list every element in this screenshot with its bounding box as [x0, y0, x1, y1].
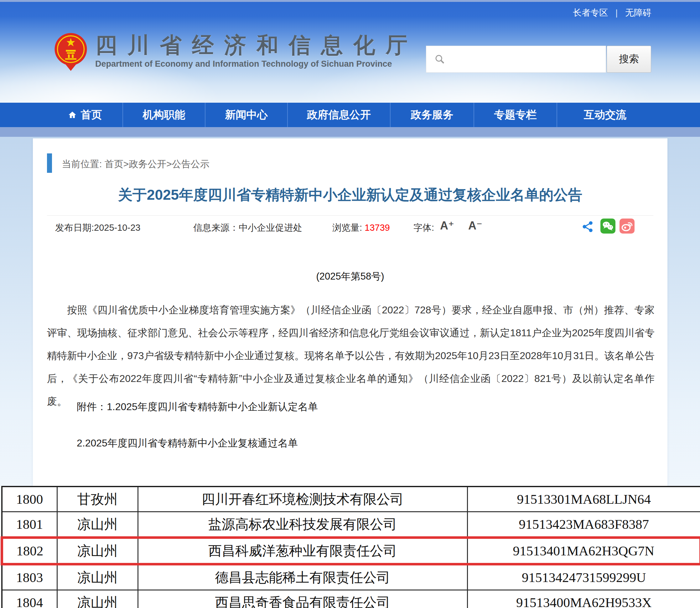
nav-item[interactable]: 互动交流: [556, 103, 653, 127]
topbar: 长者专区 | 无障碍: [573, 7, 651, 19]
view-count: 浏览量:13739: [332, 222, 390, 234]
cell-rank: 1802: [2, 537, 57, 564]
nav-item-label: 政务服务: [411, 108, 454, 122]
cell-company: 四川开春红环境检测技术有限公司: [138, 487, 467, 512]
info-source-value: 中小企业促进处: [239, 223, 302, 233]
nav-item[interactable]: 政府信息公开: [287, 103, 390, 127]
doc-number: (2025年第58号): [33, 270, 667, 283]
cell-rank: 1801: [2, 512, 57, 538]
wechat-icon[interactable]: [601, 218, 615, 236]
cell-code: 91513400MA62H9533X: [467, 590, 700, 608]
nav-item-label: 机构职能: [143, 108, 185, 122]
cell-company: 盐源高标农业科技发展有限公司: [138, 512, 467, 538]
meta-divider: [47, 215, 653, 216]
elder-zone-link[interactable]: 长者专区: [573, 8, 608, 18]
company-table: 1800 甘孜州 四川开春红环境检测技术有限公司 91513301MA68LLJ…: [1, 486, 700, 608]
publish-date-label: 发布日期:: [55, 223, 94, 233]
nav-item[interactable]: 机构职能: [123, 103, 205, 127]
article-title: 关于2025年度四川省专精特新中小企业新认定及通过复核企业名单的公告: [33, 185, 667, 205]
brand-text: 四川省经济和信息化厅 Department of Economy and Inf…: [95, 32, 418, 69]
national-emblem-logo: [53, 32, 88, 72]
cell-company: 德昌县志能稀土有限责任公司: [138, 564, 467, 590]
nav-item[interactable]: 首页: [47, 103, 123, 127]
cell-code: 91513424731599299U: [467, 564, 700, 590]
table-row: 1803 凉山州 德昌县志能稀土有限责任公司 91513424731599299…: [2, 564, 700, 590]
search-input[interactable]: [449, 50, 601, 69]
view-count-value: 13739: [365, 223, 390, 233]
table-row: 1804 凉山州 西昌思奇香食品有限责任公司 91513400MA62H9533…: [2, 590, 700, 608]
header-banner: 长者专区 | 无障碍 四川省经济和信息化厅 D: [0, 0, 700, 103]
site-search: 搜索: [426, 46, 651, 73]
table-row: 1801 凉山州 盐源高标农业科技发展有限公司 91513423MA683F83…: [2, 512, 700, 538]
attachment-link-1[interactable]: 1.2025年度四川省专精特新中小企业新认定名单: [107, 401, 318, 412]
font-decrease-button[interactable]: A⁻: [468, 219, 482, 232]
nav-item-label: 专题专栏: [494, 108, 537, 122]
cell-region: 凉山州: [57, 590, 138, 608]
info-source-label: 信息来源：: [193, 223, 239, 233]
topbar-separator: |: [615, 8, 618, 18]
cell-company: 西昌科威洋葱种业有限责任公司: [138, 537, 467, 564]
search-icon: [435, 54, 445, 64]
site-subtitle: Department of Economy and Information Te…: [95, 59, 418, 69]
cell-region: 凉山州: [57, 537, 138, 564]
table-row: 1800 甘孜州 四川开春红环境检测技术有限公司 91513301MA68LLJ…: [2, 487, 700, 512]
nav-item[interactable]: 新闻中心: [205, 103, 287, 127]
article-body: 按照《四川省优质中小企业梯度培育管理实施方案》（川经信企业函〔2022〕728号…: [47, 299, 655, 413]
nav-item-label: 政府信息公开: [307, 108, 371, 122]
publish-date: 发布日期:2025-10-23: [55, 222, 140, 234]
nav-item-label: 首页: [81, 108, 102, 122]
company-table-body: 1800 甘孜州 四川开春红环境检测技术有限公司 91513301MA68LLJ…: [2, 487, 700, 608]
search-box: [426, 46, 606, 73]
attachments-label: 附件：: [77, 401, 107, 412]
site-title: 四川省经济和信息化厅: [95, 32, 418, 58]
nav-item[interactable]: 政务服务: [390, 103, 474, 127]
attachment-1: 附件：1.2025年度四川省专精特新中小企业新认定名单: [77, 400, 318, 414]
cell-region: 凉山州: [57, 512, 138, 538]
weibo-icon[interactable]: [620, 218, 634, 236]
nav-item-label: 互动交流: [584, 108, 626, 122]
share-icon[interactable]: [582, 221, 594, 235]
nav-substrip: [0, 127, 700, 137]
page: 长者专区 | 无障碍 四川省经济和信息化厅 D: [0, 0, 700, 608]
cell-code: 91513423MA683F8387: [467, 512, 700, 538]
nav-item[interactable]: 专题专栏: [474, 103, 556, 127]
breadcrumb: 当前位置: 首页>政务公开>公告公示: [62, 158, 209, 171]
cell-rank: 1804: [2, 590, 57, 608]
attachment-link-2[interactable]: 2.2025年度四川省专精特新中小企业复核通过名单: [77, 437, 298, 449]
cell-code: 91513401MA62H3QG7N: [467, 537, 700, 564]
site-brand: 四川省经济和信息化厅 Department of Economy and Inf…: [53, 32, 418, 72]
cell-company: 西昌思奇香食品有限责任公司: [138, 590, 467, 608]
cell-rank: 1803: [2, 564, 57, 590]
nav-item-label: 新闻中心: [225, 108, 268, 122]
publish-date-value: 2025-10-23: [94, 223, 140, 233]
cell-code: 91513301MA68LLJN64: [467, 487, 700, 512]
top-strip: [0, 0, 700, 2]
table-row: 1802 凉山州 西昌科威洋葱种业有限责任公司 91513401MA62H3QG…: [2, 537, 700, 564]
accessibility-link[interactable]: 无障碍: [625, 8, 651, 18]
home-icon: [68, 110, 77, 119]
font-increase-button[interactable]: A⁺: [440, 219, 454, 232]
search-button[interactable]: 搜索: [607, 46, 651, 73]
info-source: 信息来源：中小企业促进处: [193, 222, 302, 234]
view-count-label: 浏览量:: [332, 223, 362, 233]
cell-region: 凉山州: [57, 564, 138, 590]
cell-rank: 1800: [2, 487, 57, 512]
breadcrumb-marker: [47, 153, 52, 173]
article-meta: 发布日期:2025-10-23 信息来源：中小企业促进处 浏览量:13739 字…: [33, 217, 667, 236]
font-size-label: 字体:: [413, 222, 434, 234]
attachment-2: 2.2025年度四川省专精特新中小企业复核通过名单: [77, 436, 298, 450]
cell-region: 甘孜州: [57, 487, 138, 512]
content-panel: 当前位置: 首页>政务公开>公告公示 关于2025年度四川省专精特新中小企业新认…: [33, 138, 667, 486]
main-nav: 首页 机构职能 新闻中心 政府信息公开 政务服务 专题专栏 互动交流: [0, 103, 700, 127]
